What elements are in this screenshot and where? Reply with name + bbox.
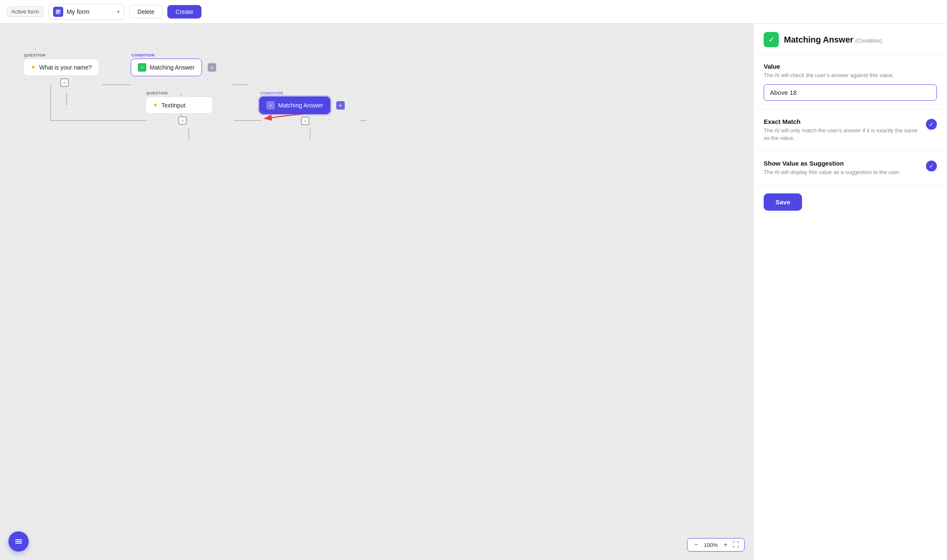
sparkle2-icon: ✦	[153, 101, 158, 109]
zoom-in-button[interactable]: +	[722, 541, 729, 549]
question1-row: ✦ What is your name?	[23, 59, 99, 76]
suggestion-desc: The AI will display this value as a sugg…	[764, 169, 921, 176]
form-icon	[53, 7, 63, 17]
question2-label: QUESTION	[145, 91, 213, 95]
condition2-label: CONDITION	[259, 91, 345, 95]
question2-below: +	[152, 116, 213, 125]
condition2-below: +	[266, 117, 345, 125]
main-layout: QUESTION ✦ What is your name? + CONDITIO…	[0, 24, 947, 560]
question1-below: +	[30, 78, 99, 87]
panel-header: ✓ Matching Answer (Condition)	[754, 24, 947, 54]
add-right-condition2-button[interactable]: +	[336, 101, 345, 110]
add-below-condition2-button[interactable]: +	[301, 117, 309, 125]
panel-header-titles: Matching Answer (Condition)	[784, 35, 882, 45]
add-right-condition1-button[interactable]: +	[208, 63, 216, 72]
condition1-text: Matching Answer	[150, 64, 195, 71]
exact-match-checkbox[interactable]: ✓	[926, 119, 937, 130]
connector-svg	[0, 24, 753, 560]
sparkle-icon: ✦	[30, 63, 36, 71]
value-section: Value The AI will check the user's answe…	[754, 54, 947, 110]
delete-button[interactable]: Delete	[129, 5, 162, 19]
add-below-question1-button[interactable]: +	[60, 78, 69, 87]
active-form-badge: Active form	[7, 6, 43, 17]
check-icon: ✓	[138, 63, 146, 72]
question1-node[interactable]: ✦ What is your name?	[23, 59, 99, 76]
form-selector[interactable]: My form ▾	[48, 4, 124, 20]
form-name: My form	[67, 8, 114, 15]
question2-row: ✦ TextInput	[145, 96, 213, 114]
condition1-row: ✓ Matching Answer +	[131, 59, 216, 76]
condition2-row: ✓ Matching Answer +	[259, 96, 345, 114]
flow-canvas[interactable]: QUESTION ✦ What is your name? + CONDITIO…	[0, 24, 753, 560]
exact-match-row: Exact Match The AI will only match the u…	[764, 118, 937, 142]
fab-menu-button[interactable]	[8, 531, 29, 552]
zoom-level: 100%	[703, 542, 719, 548]
check2-icon: ✓	[266, 101, 275, 110]
question2-node[interactable]: ✦ TextInput	[145, 96, 213, 114]
question2-wrapper: QUESTION ✦ TextInput +	[145, 91, 213, 125]
suggestion-label: Show Value as Suggestion	[764, 160, 921, 167]
suggestion-text: Show Value as Suggestion The AI will dis…	[764, 160, 921, 176]
exact-match-desc: The AI will only match the user's answer…	[764, 127, 921, 142]
save-button[interactable]: Save	[764, 193, 802, 211]
topbar: Active form My form ▾ Delete Create	[0, 0, 947, 24]
condition1-label: CONDITION	[131, 53, 216, 57]
condition1-wrapper: CONDITION ✓ Matching Answer +	[131, 53, 216, 76]
add-below-question2-button[interactable]: +	[178, 116, 187, 125]
condition2-node[interactable]: ✓ Matching Answer	[259, 96, 330, 114]
suggestion-row: Show Value as Suggestion The AI will dis…	[764, 160, 937, 176]
panel-header-icon: ✓	[764, 32, 779, 47]
chevron-down-icon: ▾	[117, 9, 120, 15]
question1-wrapper: QUESTION ✦ What is your name? +	[23, 53, 99, 87]
panel-subtitle: (Condition)	[855, 38, 882, 44]
right-panel: ✓ Matching Answer (Condition) Value The …	[753, 24, 947, 560]
panel-title: Matching Answer	[784, 35, 853, 44]
suggestion-checkbox[interactable]: ✓	[926, 161, 937, 171]
create-button[interactable]: Create	[167, 5, 201, 19]
condition1-node[interactable]: ✓ Matching Answer	[131, 59, 202, 76]
expand-icon[interactable]: ⛶	[732, 541, 739, 549]
save-section: Save	[754, 185, 947, 219]
exact-match-section: Exact Match The AI will only match the u…	[754, 110, 947, 151]
question2-text: TextInput	[161, 102, 185, 109]
exact-match-text: Exact Match The AI will only match the u…	[764, 118, 921, 142]
exact-match-label: Exact Match	[764, 118, 921, 125]
suggestion-section: Show Value as Suggestion The AI will dis…	[754, 151, 947, 185]
zoom-controls: − 100% + ⛶	[687, 538, 745, 552]
question1-label: QUESTION	[23, 53, 99, 57]
condition2-wrapper: CONDITION ✓ Matching Answer + +	[259, 91, 345, 125]
zoom-out-button[interactable]: −	[692, 541, 700, 549]
value-desc: The AI will check the user's answer agai…	[764, 72, 937, 79]
value-input[interactable]	[764, 84, 937, 101]
value-label: Value	[764, 63, 937, 70]
question1-text: What is your name?	[39, 64, 92, 71]
condition2-text: Matching Answer	[278, 102, 323, 109]
